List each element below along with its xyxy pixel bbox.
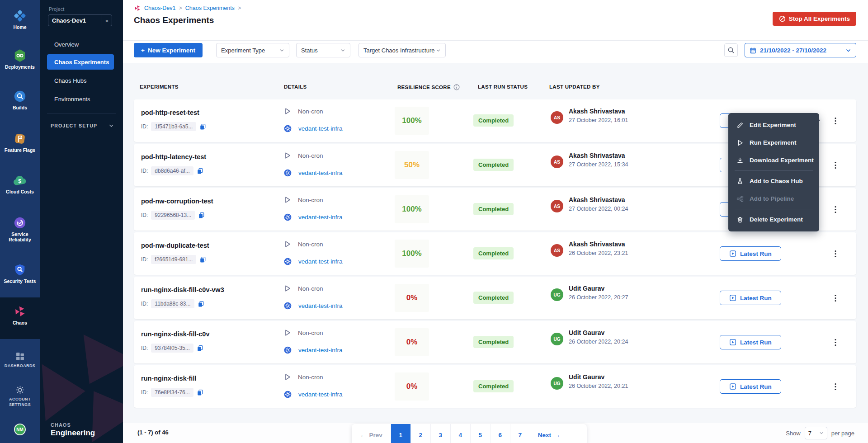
- latest-run-button[interactable]: Latest Run: [720, 379, 781, 394]
- page-number-button[interactable]: 1: [391, 424, 410, 443]
- rail-item-feature-flags[interactable]: Feature Flags: [0, 132, 40, 153]
- filter-target-infrastructure[interactable]: Target Chaos Infrastructure: [359, 43, 446, 57]
- kebab-icon: [835, 383, 836, 391]
- status-badge: Completed: [473, 203, 514, 215]
- schedule-line: Non-cron: [284, 108, 323, 115]
- infra-link[interactable]: vedant-test-infra: [298, 258, 343, 265]
- rail-item-builds[interactable]: Builds: [0, 90, 40, 110]
- copy-icon[interactable]: [199, 123, 206, 130]
- experiment-name[interactable]: pod-http-reset-test: [141, 109, 199, 116]
- row-menu-kebab[interactable]: [830, 114, 841, 127]
- page-number-button[interactable]: 6: [490, 424, 510, 443]
- filter-label: Status: [301, 47, 318, 54]
- kebab-icon: [835, 161, 836, 169]
- copy-icon[interactable]: [197, 389, 203, 396]
- project-setup-section[interactable]: PROJECT SETUP: [51, 123, 114, 128]
- chevron-down-icon: [436, 48, 441, 53]
- row-menu-kebab[interactable]: [830, 247, 841, 260]
- menu-item-delete-experiment[interactable]: Delete Experiment: [728, 211, 819, 228]
- infra-link[interactable]: vedant-test-infra: [298, 125, 343, 132]
- rail-item-dashboards[interactable]: DASHBOARDS: [0, 352, 40, 368]
- experiment-name[interactable]: pod-nw-duplicate-test: [141, 242, 209, 249]
- page-size-value: 7: [808, 430, 811, 437]
- breadcrumb-experiments-link[interactable]: Chaos Experiments: [185, 5, 235, 11]
- rail-item-service-reliability[interactable]: Service Reliability: [0, 216, 40, 242]
- experiment-id-line: ID: 93784f05-35...: [141, 344, 203, 353]
- sidebar-item-chaos-experiments[interactable]: Chaos Experiments: [47, 54, 114, 70]
- context-menu-notch: [814, 116, 825, 125]
- info-icon[interactable]: [453, 84, 460, 90]
- breadcrumb-project-link[interactable]: Chaos-Dev1: [144, 5, 175, 11]
- page-number-button[interactable]: 4: [450, 424, 470, 443]
- page-number-button[interactable]: 5: [470, 424, 490, 443]
- menu-item-edit-experiment[interactable]: Edit Experiment: [728, 116, 819, 134]
- copy-icon[interactable]: [198, 212, 205, 219]
- rail-item-cloud-costs[interactable]: $ Cloud Costs: [0, 174, 40, 194]
- prev-page-button[interactable]: ← Prev: [352, 424, 391, 443]
- page-size-select[interactable]: 7: [805, 427, 827, 439]
- experiment-id: 76e8f434-76...: [151, 388, 193, 397]
- project-selector[interactable]: Chaos-Dev1 »: [48, 14, 112, 26]
- stop-all-experiments-button[interactable]: Stop All Experiments: [773, 12, 856, 26]
- sidebar-item-overview[interactable]: Overview: [40, 38, 123, 51]
- experiment-name[interactable]: run-nginx-disk-fill: [141, 375, 196, 382]
- page-number-button[interactable]: 3: [430, 424, 450, 443]
- page-number-button[interactable]: 7: [510, 424, 530, 443]
- menu-item-add-to-pipeline[interactable]: Add to Pipeline: [728, 190, 819, 207]
- user-avatar[interactable]: NM: [14, 424, 26, 435]
- page-number-button[interactable]: 2: [410, 424, 430, 443]
- infra-link[interactable]: vedant-test-infra: [298, 302, 343, 309]
- filter-experiment-type[interactable]: Experiment Type: [216, 43, 289, 57]
- row-menu-kebab[interactable]: [830, 336, 841, 349]
- sidebar-item-environments[interactable]: Environments: [40, 93, 123, 105]
- rail-item-chaos[interactable]: Chaos: [0, 297, 40, 339]
- latest-run-button[interactable]: Latest Run: [720, 246, 781, 261]
- rail-item-deployments[interactable]: Deployments: [0, 49, 40, 70]
- score-value: 50%: [404, 160, 420, 170]
- table-row: run-nginx-disk-fill-c0v ID: 93784f05-35.…: [134, 321, 856, 363]
- avatar: AS: [551, 200, 563, 212]
- status-badge: Completed: [473, 336, 514, 348]
- security-tests-icon: [13, 263, 27, 277]
- breadcrumb-sep: >: [179, 5, 182, 11]
- menu-item-run-experiment[interactable]: Run Experiment: [728, 134, 819, 151]
- row-menu-kebab[interactable]: [830, 380, 841, 393]
- sidebar-item-chaos-hubs[interactable]: Chaos Hubs: [40, 74, 123, 87]
- date-range-picker[interactable]: 21/10/2022 - 27/10/2022: [745, 43, 856, 57]
- updated-date: 27 October 2022, 00:24: [569, 206, 628, 212]
- menu-item-add-to-chaos-hub[interactable]: Add to Chaos Hub: [728, 172, 819, 190]
- menu-item-download-experiment[interactable]: Download Experiment: [728, 151, 819, 169]
- copy-icon[interactable]: [199, 256, 206, 263]
- rail-item-account-settings[interactable]: ACCOUNT SETTINGS: [0, 385, 40, 407]
- infra-line: vedant-test-infra: [284, 391, 343, 398]
- rail-item-home[interactable]: Home: [0, 9, 40, 30]
- rail-item-security-tests[interactable]: Security Tests: [0, 263, 40, 284]
- experiment-name[interactable]: pod-nw-corruption-test: [141, 198, 213, 205]
- score-value: 0%: [406, 382, 418, 391]
- home-icon: [13, 9, 27, 23]
- row-menu-kebab[interactable]: [830, 159, 841, 171]
- search-button[interactable]: [724, 43, 738, 57]
- latest-run-button[interactable]: Latest Run: [720, 335, 781, 349]
- experiment-name[interactable]: pod-http-latency-test: [141, 153, 206, 160]
- copy-icon[interactable]: [197, 168, 203, 174]
- infra-link[interactable]: vedant-test-infra: [298, 347, 343, 353]
- experiment-name[interactable]: run-nginx-disk-fill-c0v-vw3: [141, 286, 224, 293]
- menu-divider: [735, 209, 813, 209]
- copy-icon[interactable]: [198, 301, 204, 307]
- infra-link[interactable]: vedant-test-infra: [298, 391, 343, 398]
- latest-run-button[interactable]: Latest Run: [720, 291, 781, 305]
- new-experiment-button[interactable]: + New Experiment: [134, 43, 203, 57]
- experiment-name[interactable]: run-nginx-disk-fill-c0v: [141, 330, 209, 338]
- row-menu-kebab[interactable]: [830, 203, 841, 216]
- sidebar-divider: [47, 113, 116, 113]
- schedule-type: Non-cron: [298, 241, 323, 248]
- copy-icon[interactable]: [197, 345, 203, 352]
- row-menu-kebab[interactable]: [830, 292, 841, 304]
- infra-link[interactable]: vedant-test-infra: [298, 214, 343, 221]
- collapse-chevrons-icon[interactable]: »: [102, 15, 112, 26]
- filter-status[interactable]: Status: [296, 43, 350, 57]
- infra-link[interactable]: vedant-test-infra: [298, 170, 343, 176]
- next-page-button[interactable]: Next →: [530, 424, 569, 443]
- score-value: 100%: [402, 116, 421, 125]
